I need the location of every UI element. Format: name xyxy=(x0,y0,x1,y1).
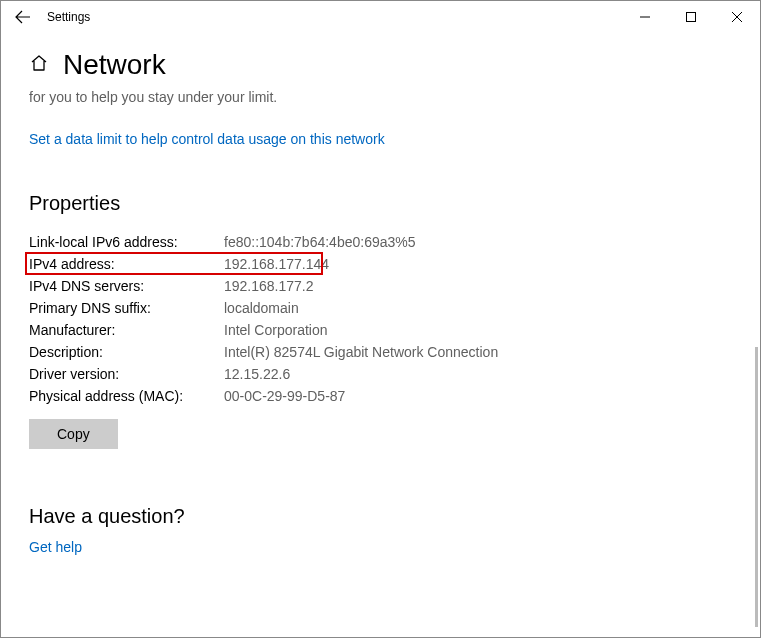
property-row: IPv4 address:192.168.177.144 xyxy=(29,253,732,275)
content-area: for you to help you stay under your limi… xyxy=(1,87,760,627)
property-value: 192.168.177.2 xyxy=(224,278,314,294)
property-value: localdomain xyxy=(224,300,299,316)
window-title: Settings xyxy=(47,10,90,24)
maximize-button[interactable] xyxy=(668,1,714,33)
home-icon xyxy=(29,53,49,77)
window-controls xyxy=(622,1,760,33)
property-value: 00-0C-29-99-D5-87 xyxy=(224,388,345,404)
property-row: Driver version:12.15.22.6 xyxy=(29,363,732,385)
get-help-link[interactable]: Get help xyxy=(29,539,82,555)
maximize-icon xyxy=(686,12,696,22)
arrow-left-icon xyxy=(15,9,31,25)
property-row: Description:Intel(R) 82574L Gigabit Netw… xyxy=(29,341,732,363)
property-label: IPv4 address: xyxy=(29,256,224,272)
property-value: fe80::104b:7b64:4be0:69a3%5 xyxy=(224,234,416,250)
property-row: IPv4 DNS servers:192.168.177.2 xyxy=(29,275,732,297)
question-heading: Have a question? xyxy=(29,505,732,528)
minimize-button[interactable] xyxy=(622,1,668,33)
minimize-icon xyxy=(640,12,650,22)
property-row: Primary DNS suffix:localdomain xyxy=(29,297,732,319)
svg-rect-0 xyxy=(687,13,696,22)
copy-button[interactable]: Copy xyxy=(29,419,118,449)
property-row: Link-local IPv6 address:fe80::104b:7b64:… xyxy=(29,231,732,253)
property-label: Driver version: xyxy=(29,366,224,382)
properties-heading: Properties xyxy=(29,192,732,215)
page-title: Network xyxy=(63,49,166,81)
data-limit-link[interactable]: Set a data limit to help control data us… xyxy=(29,131,385,147)
property-row: Physical address (MAC):00-0C-29-99-D5-87 xyxy=(29,385,732,407)
property-label: Manufacturer: xyxy=(29,322,224,338)
property-value: 12.15.22.6 xyxy=(224,366,290,382)
scrollbar[interactable] xyxy=(755,347,758,627)
close-icon xyxy=(732,12,742,22)
properties-list: Link-local IPv6 address:fe80::104b:7b64:… xyxy=(29,231,732,407)
titlebar: Settings xyxy=(1,1,760,33)
back-button[interactable] xyxy=(7,1,39,33)
property-value: 192.168.177.144 xyxy=(224,256,329,272)
property-value: Intel Corporation xyxy=(224,322,328,338)
truncated-text: for you to help you stay under your limi… xyxy=(29,89,732,105)
page-header: Network xyxy=(1,33,760,87)
property-label: IPv4 DNS servers: xyxy=(29,278,224,294)
property-label: Description: xyxy=(29,344,224,360)
property-label: Primary DNS suffix: xyxy=(29,300,224,316)
property-label: Physical address (MAC): xyxy=(29,388,224,404)
property-value: Intel(R) 82574L Gigabit Network Connecti… xyxy=(224,344,498,360)
property-row: Manufacturer:Intel Corporation xyxy=(29,319,732,341)
property-label: Link-local IPv6 address: xyxy=(29,234,224,250)
close-button[interactable] xyxy=(714,1,760,33)
